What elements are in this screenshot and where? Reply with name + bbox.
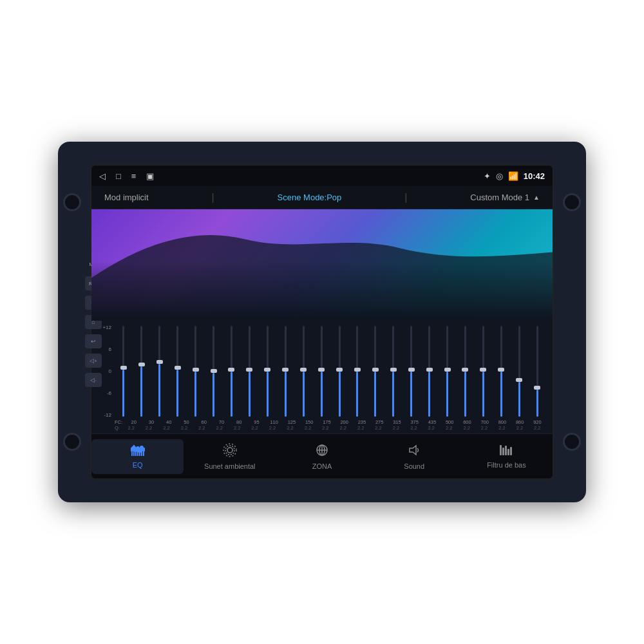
slider-fill-375: [410, 372, 412, 417]
slider-50[interactable]: [169, 325, 187, 418]
slider-800[interactable]: [492, 325, 510, 418]
slider-track-315[interactable]: [392, 326, 394, 417]
slider-track-150[interactable]: [303, 326, 305, 417]
slider-860[interactable]: [510, 325, 528, 418]
slider-track-235[interactable]: [356, 326, 358, 417]
nav-ambient[interactable]: Sunet ambiental: [184, 438, 276, 475]
slider-track-40[interactable]: [158, 326, 160, 417]
slider-track-110[interactable]: [267, 326, 269, 417]
slider-fill-20: [122, 370, 124, 417]
slider-track-30[interactable]: [140, 326, 142, 417]
svg-rect-27: [510, 447, 512, 455]
slider-track-70[interactable]: [213, 326, 214, 417]
vol-down-button[interactable]: ◁-: [85, 373, 102, 387]
custom-mode-label: Custom Mode 1: [470, 193, 529, 202]
slider-200[interactable]: [330, 325, 348, 418]
slider-thumb-375: [408, 368, 415, 372]
q-label-435: 2.2: [422, 425, 440, 431]
q-label-80: 2.2: [228, 425, 245, 431]
slider-435[interactable]: [421, 325, 439, 418]
vol-up-button[interactable]: ◁+: [85, 354, 102, 368]
q-label-110: 2.2: [263, 425, 281, 431]
mode-bar: Mod implicit | Scene Mode:Pop | Custom M…: [91, 186, 553, 209]
slider-track-50[interactable]: [176, 326, 178, 417]
slider-track-500[interactable]: [446, 326, 448, 417]
screen-icon[interactable]: ▣: [146, 171, 154, 181]
slider-315[interactable]: [384, 325, 402, 418]
slider-track-435[interactable]: [428, 326, 430, 417]
status-bar: ◁ □ ≡ ▣ ✦ ◎ 📶 10:42: [91, 166, 553, 186]
slider-150[interactable]: [294, 325, 312, 418]
slider-track-60[interactable]: [194, 326, 196, 417]
slider-375[interactable]: [402, 325, 421, 418]
slider-track-860[interactable]: [518, 326, 520, 417]
back-side-button[interactable]: ↩: [85, 334, 102, 348]
slider-fill-50: [176, 370, 178, 417]
slider-920[interactable]: [528, 325, 546, 418]
slider-fill-80: [231, 372, 232, 417]
slider-600[interactable]: [457, 325, 475, 418]
slider-fill-235: [356, 372, 358, 417]
nav-sound[interactable]: Sound: [368, 438, 460, 475]
svg-rect-23: [500, 445, 502, 455]
slider-thumb-200: [336, 368, 343, 372]
slider-thumb-600: [462, 368, 468, 372]
slider-track-600[interactable]: [464, 326, 466, 417]
q-label-375: 2.2: [405, 425, 422, 431]
slider-thumb-800: [498, 368, 504, 372]
freq-label-95: 95: [248, 419, 265, 425]
mount-hole-left-bottom: [63, 433, 81, 451]
slider-110[interactable]: [258, 325, 276, 418]
slider-track-700[interactable]: [482, 326, 484, 417]
slider-thumb-315: [390, 368, 397, 372]
slider-track-275[interactable]: [374, 326, 376, 417]
slider-track-20[interactable]: [122, 326, 124, 417]
nav-zone[interactable]: ZONA: [276, 438, 368, 475]
q-label-40: 2.2: [158, 425, 175, 431]
slider-275[interactable]: [366, 325, 384, 418]
slider-fill-315: [392, 372, 394, 417]
slider-40[interactable]: [151, 325, 169, 418]
slider-thumb-235: [354, 368, 361, 372]
slider-95[interactable]: [240, 325, 258, 418]
slider-track-920[interactable]: [536, 326, 538, 417]
mode-implicit[interactable]: Mod implicit: [104, 193, 149, 202]
slider-175[interactable]: [312, 325, 330, 418]
slider-80[interactable]: [223, 325, 241, 418]
expand-icon: ▲: [533, 194, 540, 201]
q-label-50: 2.2: [175, 425, 193, 431]
slider-track-125[interactable]: [285, 326, 287, 417]
slider-700[interactable]: [474, 325, 492, 418]
slider-20[interactable]: [115, 325, 133, 418]
slider-125[interactable]: [276, 325, 294, 418]
slider-track-175[interactable]: [321, 326, 323, 417]
slider-70[interactable]: [205, 325, 223, 418]
freq-label-20: 20: [125, 419, 142, 425]
svg-point-15: [227, 448, 232, 453]
eq-wave-svg: [91, 209, 553, 321]
bass-icon: [499, 444, 513, 459]
slider-track-800[interactable]: [500, 326, 502, 417]
ambient-icon: [223, 443, 237, 460]
menu-icon[interactable]: ≡: [131, 171, 137, 181]
nav-eq[interactable]: EQ: [91, 439, 184, 474]
slider-track-80[interactable]: [231, 326, 232, 417]
slider-track-200[interactable]: [339, 326, 341, 417]
slider-thumb-175: [318, 368, 325, 372]
side-buttons: MIC RST ⏻ ⌂ ↩ ◁+ ◁-: [85, 142, 102, 502]
q-label-920: 2.2: [529, 425, 546, 431]
custom-mode[interactable]: Custom Mode 1 ▲: [470, 193, 540, 202]
zone-icon: [315, 443, 329, 460]
nav-bass[interactable]: Filtru de bas: [460, 439, 553, 474]
slider-track-95[interactable]: [249, 326, 251, 417]
car-unit: MIC RST ⏻ ⌂ ↩ ◁+ ◁- ◁ □ ≡ ▣ ✦ ◎ 📶 10:42: [58, 142, 586, 502]
slider-30[interactable]: [133, 325, 151, 418]
slider-track-375[interactable]: [410, 326, 412, 417]
slider-60[interactable]: [187, 325, 205, 418]
mount-hole-right-bottom: [563, 433, 581, 451]
home-icon[interactable]: □: [116, 171, 121, 181]
slider-fill-125: [285, 372, 287, 417]
mode-scene[interactable]: Scene Mode:Pop: [278, 193, 342, 202]
slider-235[interactable]: [348, 325, 366, 418]
slider-500[interactable]: [439, 325, 457, 418]
